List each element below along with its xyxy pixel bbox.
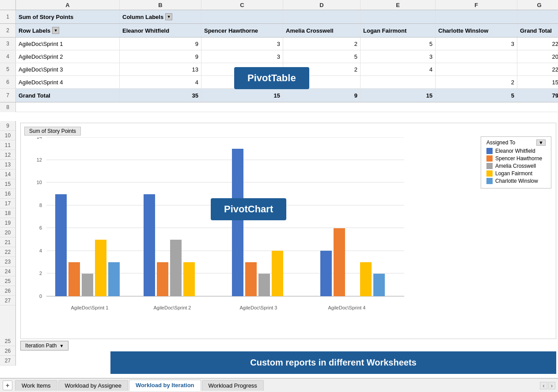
bar-s4-eleanor [320, 251, 332, 296]
cell-3b: 9 [120, 38, 201, 50]
tab-scroll-right[interactable]: › [548, 382, 555, 389]
cell-6e [361, 76, 436, 88]
rn-9: 9 [0, 121, 15, 131]
cell-3f: 3 [436, 38, 517, 50]
add-sheet-button[interactable]: + [3, 381, 12, 390]
col-header-d: D [283, 0, 361, 10]
col-header-g: G [517, 0, 558, 10]
legend-label-charlotte: Charlotte Winslow [495, 178, 538, 184]
rn-27b: 27 [0, 356, 15, 366]
cell-5f [436, 63, 517, 75]
tab-scroll-left[interactable]: ‹ [540, 382, 547, 389]
bar-s3-eleanor [232, 149, 243, 296]
cell-4c: 3 [201, 50, 283, 63]
cell-7f: 5 [436, 89, 517, 102]
rn-20: 20 [0, 228, 15, 237]
rn-26b: 26 [0, 346, 15, 356]
rn-23: 23 [0, 257, 15, 267]
row-num-1: 1 [0, 10, 16, 23]
chart-box: Sum of Story Points PivotChart 0 2 [20, 123, 556, 339]
row-num-8: 8 [0, 102, 16, 112]
cell-2e: Logan Fairmont [361, 24, 436, 37]
legend-color-charlotte [486, 178, 493, 184]
spreadsheet-page: A B C D E F G 1 Sum of Story Points Colu… [0, 0, 558, 392]
row-num-5: 5 [0, 63, 16, 75]
col-labels-dropdown[interactable]: ▼ [165, 13, 172, 20]
svg-text:12: 12 [37, 157, 42, 162]
x-label-s4: AgileDoc\Sprint 4 [328, 305, 366, 310]
bar-chart-svg: 0 2 4 6 8 10 12 14 [24, 137, 448, 327]
cell-2c: Spencer Hawthorne [201, 24, 283, 37]
tab-workload-assignee[interactable]: Workload by Assignee [58, 380, 128, 391]
cell-6a: AgileDoc\Sprint 4 [16, 76, 120, 88]
bar-s2-spencer [157, 262, 168, 296]
cell-2f: Charlotte Winslow [436, 24, 517, 37]
bar-s1-eleanor [55, 194, 67, 296]
tab-workload-iteration[interactable]: Workload by Iteration [129, 380, 201, 391]
tab-work-items[interactable]: Work Items [15, 380, 57, 391]
chart-legend: Assigned To ▼ Eleanor Whitfield Spencer … [481, 136, 551, 188]
col-header-row: A B C D E F G [0, 0, 558, 10]
row-num-2: 2 [0, 24, 16, 37]
cell-6f: 2 [436, 76, 517, 88]
cell-3d: 2 [283, 38, 361, 50]
sheet-tabs-bar: + Work Items Workload by Assignee Worklo… [0, 378, 558, 392]
grid-row-4: 4 AgileDoc\Sprint 2 9 3 5 3 20 [0, 50, 558, 63]
corner-cell [0, 0, 16, 10]
bar-s4-charlotte [373, 274, 385, 296]
col-header-c: C [201, 0, 283, 10]
tab-workload-progress[interactable]: Workload Progress [202, 380, 264, 391]
iteration-filter-button[interactable]: Iteration Path ▼ [20, 341, 68, 351]
cell-3a: AgileDoc\Sprint 1 [16, 38, 120, 50]
cell-3g: 22 [517, 38, 558, 50]
cell-7b: 35 [120, 89, 201, 102]
bar-s2-logan [183, 262, 195, 296]
rn-13: 13 [0, 160, 15, 170]
pivot-table-label: PivotTable [234, 67, 309, 89]
legend-label-amelia: Amelia Crosswell [495, 163, 536, 169]
rn-11: 11 [0, 140, 15, 150]
cell-4b: 9 [120, 50, 201, 63]
pivot-chart-label: PivotChart [211, 198, 286, 220]
col-header-a: A [16, 0, 120, 10]
custom-reports-banner: Custom reports in different Worksheets [110, 351, 556, 374]
cell-1e [361, 10, 436, 23]
grid-row-7: 7 Grand Total 35 15 9 15 5 79 [0, 89, 558, 102]
legend-item-2: Amelia Crosswell [486, 163, 546, 169]
cell-6b: 4 [120, 76, 201, 88]
cell-5g: 22 [517, 63, 558, 75]
rn-27: 27 [0, 296, 15, 305]
row-labels-dropdown[interactable]: ▼ [52, 27, 59, 34]
row-labels-text: Row Labels [19, 27, 50, 34]
row-numbers-chart: 9 10 11 12 13 14 15 16 17 18 19 20 21 22… [0, 121, 16, 346]
bar-s3-amelia [258, 274, 270, 296]
bar-s1-charlotte [108, 262, 120, 296]
bar-s2-amelia [170, 240, 182, 296]
cell-3e: 5 [361, 38, 436, 50]
rn-17: 17 [0, 199, 15, 208]
legend-item-1: Spencer Hawthorne [486, 155, 546, 162]
x-label-s2: AgileDoc\Sprint 2 [154, 305, 191, 310]
chart-region: 9 10 11 12 13 14 15 16 17 18 19 20 21 22… [0, 121, 558, 346]
grid-row-3: 3 AgileDoc\Sprint 1 9 3 2 5 3 22 [0, 38, 558, 50]
iteration-filter-arrow: ▼ [59, 343, 64, 348]
svg-text:4: 4 [39, 248, 42, 253]
legend-label-logan: Logan Fairmont [495, 170, 532, 177]
cell-5a: AgileDoc\Sprint 3 [16, 63, 120, 75]
legend-color-spencer [486, 155, 493, 162]
cell-1c [201, 10, 283, 23]
rn-12: 12 [0, 150, 15, 160]
legend-dropdown[interactable]: ▼ [536, 139, 546, 146]
bar-s3-logan [272, 251, 283, 296]
cell-1d [283, 10, 361, 23]
bar-s1-amelia [82, 274, 93, 296]
cell-2a: Row Labels ▼ [16, 24, 120, 37]
cell-1f [436, 10, 517, 23]
svg-text:14: 14 [37, 137, 42, 139]
rn-19: 19 [0, 218, 15, 228]
legend-header: Assigned To ▼ [486, 139, 546, 146]
cell-2d: Amelia Crosswell [283, 24, 361, 37]
cell-4f [436, 50, 517, 63]
legend-color-eleanor [486, 148, 493, 154]
grid-top: A B C D E F G 1 Sum of Story Points Colu… [0, 0, 558, 112]
